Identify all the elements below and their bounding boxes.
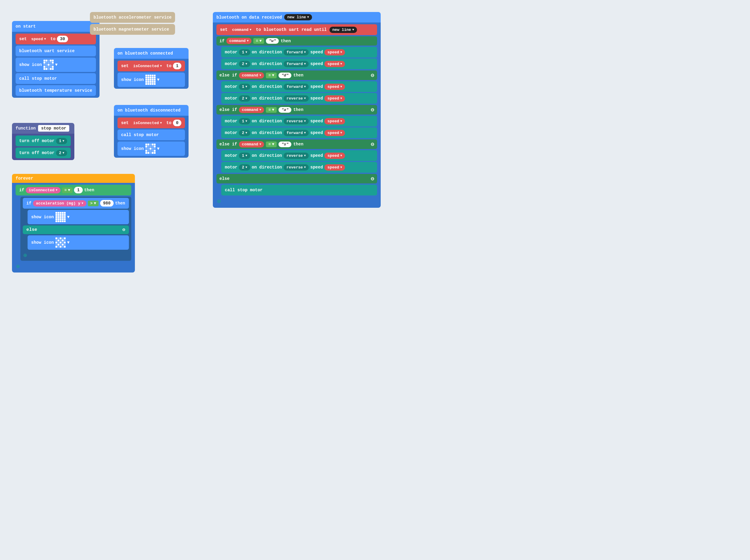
w-motor-blocks: motor 1 ▼ on direction forward ▼ speed s…	[221, 47, 377, 69]
minus-else[interactable]: ⊖	[371, 175, 374, 182]
if-command-w-row: if command ▼ =▼ "w" then	[217, 36, 377, 45]
bt-disconnected-header: on bluetooth disconnected	[114, 105, 188, 116]
call-stop-motor-else: call stop motor	[221, 185, 377, 196]
speed-dropdown[interactable]: speed ▼	[28, 36, 49, 42]
is-connected-dropdown2[interactable]: isConnected ▼	[130, 120, 165, 126]
bt-services-group: bluetooth accelerometer service bluetoot…	[90, 12, 175, 35]
eq-operator[interactable]: =▼	[62, 187, 73, 193]
dir-1-a-dropdown[interactable]: reverse ▼	[284, 118, 309, 124]
dir-1-s-dropdown[interactable]: reverse ▼	[284, 153, 309, 159]
motor-2-w-dropdown[interactable]: 2 ▼	[239, 61, 250, 67]
command-d-pill[interactable]: command ▼	[239, 72, 264, 79]
set-is-connected-1-block: set isConnected ▼ to 1	[118, 61, 185, 71]
set-command-block: set command ▼ to bluetooth uart read unt…	[217, 24, 377, 35]
bt-uart-service-block: bluetooth uart service	[16, 45, 96, 56]
bt-connected-header: on bluetooth connected	[114, 48, 188, 59]
speed-1-s-dropdown[interactable]: speed ▼	[324, 153, 345, 159]
function-stop-motor-group: function stop motor turn off motor 1 ▼ t…	[12, 123, 74, 160]
icon-grid1	[43, 60, 54, 70]
eq-d-op[interactable]: =▼	[266, 73, 277, 78]
if-acceleration-block: if acceleration (mg) y ▼ >▼ 980 then	[23, 198, 129, 209]
dir-1-d-dropdown[interactable]: forward ▼	[284, 84, 309, 90]
speed-value: 30	[57, 36, 68, 42]
motor-2-forward-a: motor 2 ▼ on direction forward ▼ speed s…	[221, 127, 377, 138]
val-w: "w"	[266, 38, 279, 44]
on-start-header: on start	[12, 21, 100, 32]
plus-btn-data-received[interactable]: ⊕	[217, 197, 377, 206]
acceleration-pill[interactable]: acceleration (mg) y ▼	[33, 200, 86, 206]
else-final-row: else ⊖	[217, 174, 377, 183]
new-line-dropdown[interactable]: new line ▼	[284, 14, 312, 20]
function-name-box: stop motor	[38, 125, 69, 132]
speed-1-w-dropdown[interactable]: speed ▼	[324, 49, 345, 56]
command-a-pill[interactable]: command ▼	[239, 107, 264, 113]
command-w-pill[interactable]: command ▼	[226, 38, 252, 44]
is-connected-val1: 1	[173, 63, 181, 69]
on-start-label: on start	[16, 24, 36, 29]
function-header: function stop motor	[12, 123, 74, 134]
speed-1-d-dropdown[interactable]: speed ▼	[324, 84, 345, 90]
minus-d[interactable]: ⊖	[371, 72, 374, 79]
plus-btn-inner[interactable]: ⊕	[23, 251, 129, 260]
command-s-pill[interactable]: command ▼	[239, 141, 264, 147]
icon-grid-disconnected	[145, 144, 156, 154]
motor-1-forward-w: motor 1 ▼ on direction forward ▼ speed s…	[221, 47, 377, 58]
speed-2-a-dropdown[interactable]: speed ▼	[324, 130, 345, 136]
speed-2-s-dropdown[interactable]: speed ▼	[324, 164, 345, 171]
command-var-dropdown[interactable]: command ▼	[229, 27, 255, 33]
motor-2-s-dropdown[interactable]: 2 ▼	[239, 164, 250, 171]
dir-2-a-dropdown[interactable]: forward ▼	[284, 130, 309, 136]
eq-a-op[interactable]: =▼	[266, 107, 277, 113]
dir-1-w-dropdown[interactable]: forward ▼	[284, 49, 309, 56]
else-if-d-row: else if command ▼ =▼ "d" then ⊖	[217, 71, 377, 80]
icon-grid-accel	[56, 212, 66, 222]
read-new-line-dropdown[interactable]: new line ▼	[329, 27, 357, 33]
dir-2-d-dropdown[interactable]: reverse ▼	[284, 95, 309, 102]
motor-1-reverse-a: motor 1 ▼ on direction reverse ▼ speed s…	[221, 116, 377, 126]
else-container: call stop motor	[221, 185, 377, 196]
eq-s-op[interactable]: =▼	[266, 141, 277, 147]
minus-s[interactable]: ⊖	[371, 141, 374, 147]
set-speed-block: set speed ▼ to 30	[16, 34, 96, 44]
dir-2-w-dropdown[interactable]: forward ▼	[284, 61, 309, 67]
is-connected-pill[interactable]: isConnected ▼	[26, 187, 61, 193]
if-is-connected-block: if isConnected ▼ =▼ 1 then	[16, 185, 131, 196]
canvas: on start set speed ▼ to 30 bluetooth uar…	[6, 6, 381, 276]
else-if-s-row: else if command ▼ =▼ "s" then ⊖	[217, 139, 377, 149]
bt-data-received-header: bluetooth on data received new line ▼	[213, 12, 381, 22]
motor-1-a-dropdown[interactable]: 1 ▼	[239, 118, 250, 124]
motor-2-reverse-d: motor 2 ▼ on direction reverse ▼ speed s…	[221, 93, 377, 104]
inner-if-container: if acceleration (mg) y ▼ >▼ 980 then sho…	[20, 197, 131, 261]
if-val-1: 1	[74, 187, 82, 193]
motor-2-a-dropdown[interactable]: 2 ▼	[239, 130, 250, 136]
is-connected-val0: 0	[173, 120, 181, 126]
else-if-a-row: else if command ▼ =▼ "a" then ⊖	[217, 105, 377, 115]
val-d: "d"	[279, 73, 291, 78]
dir-2-s-dropdown[interactable]: reverse ▼	[284, 164, 309, 171]
bt-magnetometer-block: bluetooth magnetometer service	[90, 24, 175, 35]
speed-1-a-dropdown[interactable]: speed ▼	[324, 118, 345, 124]
motor-2-dropdown[interactable]: 2 ▼	[56, 150, 67, 156]
speed-2-w-dropdown[interactable]: speed ▼	[324, 61, 345, 67]
plus-btn-outer[interactable]: ⊕	[16, 262, 131, 271]
motor-1-d-dropdown[interactable]: 1 ▼	[239, 84, 250, 90]
d-motor-blocks: motor 1 ▼ on direction forward ▼ speed s…	[221, 81, 377, 104]
motor-1-dropdown[interactable]: 1 ▼	[56, 138, 67, 144]
s-motor-blocks: motor 1 ▼ on direction reverse ▼ speed s…	[221, 150, 377, 173]
is-connected-dropdown1[interactable]: isConnected ▼	[130, 63, 165, 69]
turn-off-motor-2: turn off motor 2 ▼	[16, 147, 71, 158]
bt-data-received-group: bluetooth on data received new line ▼ se…	[213, 12, 381, 208]
motor-1-s-dropdown[interactable]: 1 ▼	[239, 153, 250, 159]
motor-2-reverse-s: motor 2 ▼ on direction reverse ▼ speed s…	[221, 162, 377, 173]
eq-w-op[interactable]: =▼	[253, 38, 264, 44]
motor-2-d-dropdown[interactable]: 2 ▼	[239, 95, 250, 102]
speed-2-d-dropdown[interactable]: speed ▼	[324, 95, 345, 102]
show-icon-disconnected: show icon ▼	[118, 141, 185, 156]
minus-a[interactable]: ⊖	[371, 106, 374, 113]
turn-off-motor-1: turn off motor 1 ▼	[16, 136, 71, 146]
show-icon-connected: show icon ▼	[118, 73, 185, 87]
a-motor-blocks: motor 1 ▼ on direction reverse ▼ speed s…	[221, 116, 377, 138]
minus-btn-forever[interactable]: ⊖	[122, 227, 125, 233]
gt-operator[interactable]: >▼	[88, 201, 99, 206]
motor-1-w-dropdown[interactable]: 1 ▼	[239, 49, 250, 56]
